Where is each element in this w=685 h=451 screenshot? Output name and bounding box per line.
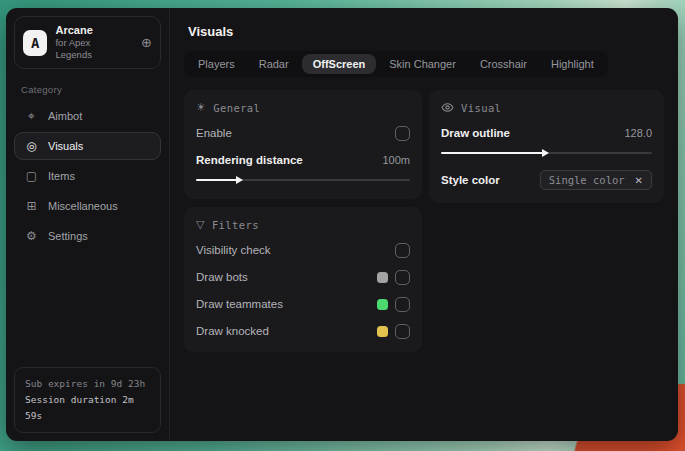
draw-outline-value: 128.0	[624, 127, 652, 139]
draw-bots-checkbox[interactable]	[395, 270, 410, 285]
main-content: Visuals Players Radar OffScreen Skin Cha…	[170, 8, 678, 441]
enable-label: Enable	[196, 127, 232, 139]
sidebar: A Arcane for Apex Legends ⊕ Category ⌖ A…	[6, 8, 170, 441]
eye-icon	[441, 101, 454, 114]
session-duration-text: Session duration 2m 59s	[25, 392, 150, 424]
left-column: ☀ General Enable Rendering distance 100m	[184, 90, 422, 352]
general-panel: ☀ General Enable Rendering distance 100m	[184, 90, 422, 199]
draw-teammates-controls	[377, 297, 410, 312]
sidebar-item-label: Aimbot	[48, 110, 82, 122]
draw-outline-row: Draw outline 128.0	[441, 125, 652, 141]
filters-panel-title: Filters	[212, 219, 259, 231]
app-title-block: Arcane for Apex Legends	[55, 24, 125, 61]
visibility-check-label: Visibility check	[196, 244, 271, 256]
subscription-status-box: Sub expires in 9d 23h Session duration 2…	[14, 367, 161, 433]
tab-radar[interactable]: Radar	[248, 54, 300, 74]
aimbot-icon: ⌖	[25, 109, 38, 123]
panels-area: ☀ General Enable Rendering distance 100m	[184, 90, 664, 352]
tab-skin-changer[interactable]: Skin Changer	[378, 54, 467, 74]
filters-panel-header: ▽ Filters	[196, 218, 410, 231]
right-column: Visual Draw outline 128.0 Style color	[429, 90, 664, 203]
sidebar-item-settings[interactable]: ⚙ Settings	[14, 222, 161, 250]
style-color-value: Single color	[549, 174, 625, 186]
category-label: Category	[21, 84, 154, 95]
draw-bots-controls	[377, 270, 410, 285]
draw-teammates-checkbox[interactable]	[395, 297, 410, 312]
draw-bots-color-swatch[interactable]	[377, 272, 388, 283]
rendering-distance-slider[interactable]	[196, 174, 410, 186]
sidebar-spacer	[14, 250, 161, 367]
sidebar-item-label: Miscellaneous	[48, 200, 118, 212]
sidebar-item-label: Visuals	[48, 140, 83, 152]
visual-panel-title: Visual	[461, 102, 501, 114]
draw-teammates-label: Draw teammates	[196, 298, 283, 310]
draw-knocked-label: Draw knocked	[196, 325, 269, 337]
tab-players[interactable]: Players	[187, 54, 246, 74]
rendering-distance-label: Rendering distance	[196, 154, 303, 166]
funnel-icon: ▽	[196, 218, 205, 231]
draw-bots-row: Draw bots	[196, 269, 410, 285]
visuals-icon: ◎	[25, 139, 38, 153]
items-icon: ▢	[25, 169, 38, 183]
miscellaneous-icon: ⊞	[25, 199, 38, 213]
sidebar-item-label: Settings	[48, 230, 88, 242]
style-color-row: Style color Single color ✕	[441, 170, 652, 190]
rendering-distance-value: 100m	[382, 154, 410, 166]
visibility-check-controls	[395, 243, 410, 258]
draw-knocked-color-swatch[interactable]	[377, 326, 388, 337]
app-subtitle: for Apex Legends	[55, 37, 125, 61]
visibility-check-checkbox[interactable]	[395, 243, 410, 258]
sidebar-item-visuals[interactable]: ◎ Visuals	[14, 132, 161, 160]
draw-bots-label: Draw bots	[196, 271, 248, 283]
app-window: A Arcane for Apex Legends ⊕ Category ⌖ A…	[6, 8, 678, 441]
remove-icon[interactable]: ✕	[635, 175, 643, 186]
app-header: A Arcane for Apex Legends ⊕	[14, 16, 161, 69]
visual-panel: Visual Draw outline 128.0 Style color	[429, 90, 664, 203]
slider-thumb[interactable]	[542, 149, 549, 157]
visuals-tabbar: Players Radar OffScreen Skin Changer Cro…	[184, 51, 608, 77]
tab-offscreen[interactable]: OffScreen	[302, 54, 377, 74]
visibility-check-row: Visibility check	[196, 242, 410, 258]
sub-expires-text: Sub expires in 9d 23h	[25, 376, 150, 392]
slider-fill	[196, 179, 241, 181]
tab-highlight[interactable]: Highlight	[540, 54, 605, 74]
app-name: Arcane	[55, 24, 125, 37]
slider-thumb[interactable]	[236, 176, 243, 184]
draw-knocked-controls	[377, 324, 410, 339]
rendering-distance-row: Rendering distance 100m	[196, 152, 410, 168]
tab-crosshair[interactable]: Crosshair	[469, 54, 538, 74]
slider-fill	[441, 152, 547, 154]
general-panel-title: General	[213, 102, 260, 114]
sidebar-item-miscellaneous[interactable]: ⊞ Miscellaneous	[14, 192, 161, 220]
settings-gear-icon: ⚙	[25, 229, 38, 243]
page-title: Visuals	[188, 24, 664, 39]
general-panel-header: ☀ General	[196, 101, 410, 114]
filters-panel: ▽ Filters Visibility check Draw bots	[184, 207, 422, 352]
enable-row: Enable	[196, 125, 410, 141]
visual-panel-header: Visual	[441, 101, 652, 114]
draw-teammates-row: Draw teammates	[196, 296, 410, 312]
sidebar-item-label: Items	[48, 170, 75, 182]
sun-icon: ☀	[196, 101, 206, 114]
draw-teammates-color-swatch[interactable]	[377, 299, 388, 310]
sidebar-nav: ⌖ Aimbot ◎ Visuals ▢ Items ⊞ Miscellaneo…	[14, 102, 161, 250]
crosshair-icon[interactable]: ⊕	[141, 36, 152, 49]
draw-knocked-row: Draw knocked	[196, 323, 410, 339]
style-color-label: Style color	[441, 174, 500, 186]
sidebar-item-items[interactable]: ▢ Items	[14, 162, 161, 190]
draw-outline-label: Draw outline	[441, 127, 510, 139]
style-color-select[interactable]: Single color ✕	[540, 170, 652, 190]
draw-knocked-checkbox[interactable]	[395, 324, 410, 339]
draw-outline-slider[interactable]	[441, 147, 652, 159]
sidebar-item-aimbot[interactable]: ⌖ Aimbot	[14, 102, 161, 130]
enable-checkbox[interactable]	[395, 126, 410, 141]
app-logo: A	[23, 30, 47, 56]
